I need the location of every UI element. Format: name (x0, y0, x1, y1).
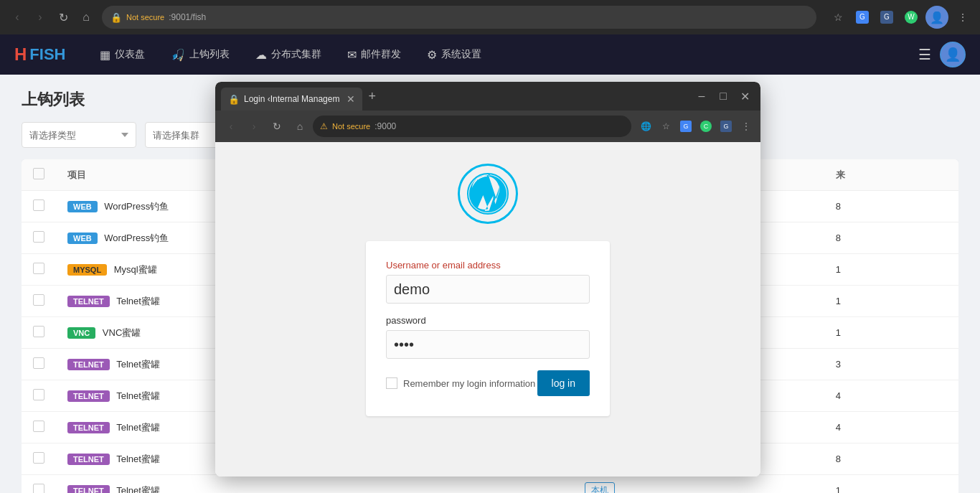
main-address-bar[interactable]: 🔒 Not secure :9001/fish (102, 6, 816, 29)
password-input[interactable] (386, 330, 590, 359)
password-field-group: password (386, 315, 590, 359)
popup-ext3-btn[interactable]: G (717, 118, 735, 135)
reload-button[interactable]: ↻ (53, 7, 73, 27)
popup-address-bar[interactable]: ⚠ Not secure :9000 (313, 116, 631, 137)
row-name: Telnet蜜罐 (116, 485, 160, 494)
row-tag: TELNET (67, 296, 110, 307)
popup-forward-button[interactable]: › (244, 116, 264, 136)
nav-items: ▦ 仪表盘 🎣 上钩列表 ☁ 分布式集群 ✉ 邮件群发 ⚙ 系统设置 (87, 34, 918, 75)
row-checkbox-cell (22, 317, 56, 349)
popup-tab-icon: 🔒 (228, 94, 240, 105)
row-value: 4 (824, 380, 958, 412)
ext2-button[interactable]: G (877, 7, 897, 27)
cluster-icon: ☁ (255, 48, 267, 62)
row-value: 4 (824, 412, 958, 443)
popup-tab-close[interactable]: ✕ (347, 93, 355, 105)
username-field-group: Username or email address (386, 260, 590, 304)
row-tag: WEB (67, 233, 98, 244)
ext1-button[interactable]: G (852, 7, 872, 27)
popup-browser-icons: 🌐 ☆ G C G ⋮ (637, 118, 755, 135)
close-button[interactable]: ✕ (735, 86, 755, 106)
minimize-button[interactable]: – (692, 86, 712, 106)
select-all-checkbox[interactable] (33, 168, 44, 179)
back-button[interactable]: ‹ (7, 7, 27, 27)
more-button[interactable]: ⋮ (953, 7, 973, 27)
nav-label-mail: 邮件群发 (361, 48, 401, 61)
popup-bookmark-btn[interactable]: ☆ (657, 118, 674, 135)
app-content: H FISH ▦ 仪表盘 🎣 上钩列表 ☁ 分布式集群 ✉ 邮件群发 (0, 34, 980, 493)
row-checkbox-cell (22, 380, 56, 412)
nav-item-fishhook[interactable]: 🎣 上钩列表 (158, 34, 242, 75)
nav-label-cluster: 分布式集群 (271, 48, 321, 61)
row-name: Telnet蜜罐 (116, 422, 160, 433)
main-browser: ‹ › ↻ ⌂ 🔒 Not secure :9001/fish ☆ G G W (0, 0, 980, 493)
remember-checkbox[interactable] (386, 377, 397, 389)
row-project: TELNET Telnet蜜罐 (56, 475, 573, 494)
login-button[interactable]: log in (537, 370, 590, 396)
row-checkbox[interactable] (33, 484, 44, 493)
row-value: 1 (824, 286, 958, 317)
row-value: 1 (824, 475, 958, 494)
fishhook-icon: 🎣 (171, 48, 185, 62)
row-checkbox[interactable] (33, 389, 44, 400)
username-input[interactable] (386, 275, 590, 304)
dashboard-icon: ▦ (100, 48, 110, 62)
row-checkbox[interactable] (33, 357, 44, 369)
popup-reload-button[interactable]: ↻ (267, 116, 287, 136)
row-tag: TELNET (67, 485, 110, 494)
user-avatar-button[interactable]: 👤 (925, 6, 948, 29)
hamburger-button[interactable]: ☰ (918, 46, 931, 63)
user-avatar[interactable]: 👤 (940, 42, 966, 67)
popup-tab[interactable]: 🔒 Login ‹Internal Managem ✕ (221, 88, 362, 111)
popup-not-secure: Not secure (332, 122, 370, 131)
row-checkbox[interactable] (33, 231, 44, 243)
row-checkbox[interactable] (33, 326, 44, 337)
wp-logo (458, 164, 518, 224)
home-button[interactable]: ⌂ (76, 7, 96, 27)
maximize-button[interactable]: □ (713, 86, 733, 106)
popup-title-bar: 🔒 Login ‹Internal Managem ✕ + – □ ✕ (215, 82, 760, 111)
row-tag: TELNET (67, 454, 110, 465)
row-name: Telnet蜜罐 (116, 359, 160, 370)
app-logo: H FISH (14, 44, 65, 65)
page-content: 上钩列表 请选择类型WEBMYSQLTELNETVNC 请选择集群本机 项目 集… (0, 75, 980, 493)
row-name: WordPress钓鱼 (104, 233, 169, 243)
row-checkbox[interactable] (33, 452, 44, 464)
nav-item-settings[interactable]: ⚙ 系统设置 (414, 34, 494, 75)
browser-icons: ☆ G G W 👤 ⋮ (828, 6, 973, 29)
nav-item-cluster[interactable]: ☁ 分布式集群 (242, 34, 334, 75)
popup-back-button[interactable]: ‹ (221, 116, 241, 136)
popup-more-btn[interactable]: ⋮ (738, 118, 755, 135)
nav-item-mail[interactable]: ✉ 邮件群发 (334, 34, 414, 75)
row-checkbox[interactable] (33, 294, 44, 306)
popup-ext1-btn[interactable]: G (677, 118, 694, 135)
logo-h: H (14, 44, 27, 65)
nav-item-dashboard[interactable]: ▦ 仪表盘 (87, 34, 158, 75)
username-label: Username or email address (386, 260, 590, 271)
main-browser-bar: ‹ › ↻ ⌂ 🔒 Not secure :9001/fish ☆ G G W (0, 0, 980, 34)
popup-translate-btn[interactable]: 🌐 (637, 118, 654, 135)
row-value: 8 (824, 191, 958, 222)
row-checkbox-cell (22, 254, 56, 286)
row-name: Telnet蜜罐 (116, 454, 160, 464)
address-text: :9001/fish (169, 12, 206, 22)
bookmark-button[interactable]: ☆ (828, 7, 848, 27)
row-value: 1 (824, 317, 958, 349)
forward-button[interactable]: › (30, 7, 50, 27)
ext3-button[interactable]: W (901, 7, 921, 27)
row-checkbox[interactable] (33, 263, 44, 274)
row-checkbox[interactable] (33, 421, 44, 432)
wordpress-logo-svg (466, 172, 509, 215)
row-value: 1 (824, 254, 958, 286)
row-value: 8 (824, 443, 958, 475)
popup-home-button[interactable]: ⌂ (290, 116, 310, 136)
new-tab-button[interactable]: + (362, 89, 382, 104)
row-cluster: 本机 (573, 475, 824, 494)
th-checkbox (22, 159, 56, 191)
popup-ext2-btn[interactable]: C (697, 118, 715, 135)
type-filter[interactable]: 请选择类型WEBMYSQLTELNETVNC (22, 122, 136, 148)
row-checkbox[interactable] (33, 199, 44, 211)
table-row: TELNET Telnet蜜罐 本机 1 (22, 475, 958, 494)
password-label: password (386, 315, 590, 326)
wp-form-container: Username or email address password Remem… (366, 241, 610, 416)
